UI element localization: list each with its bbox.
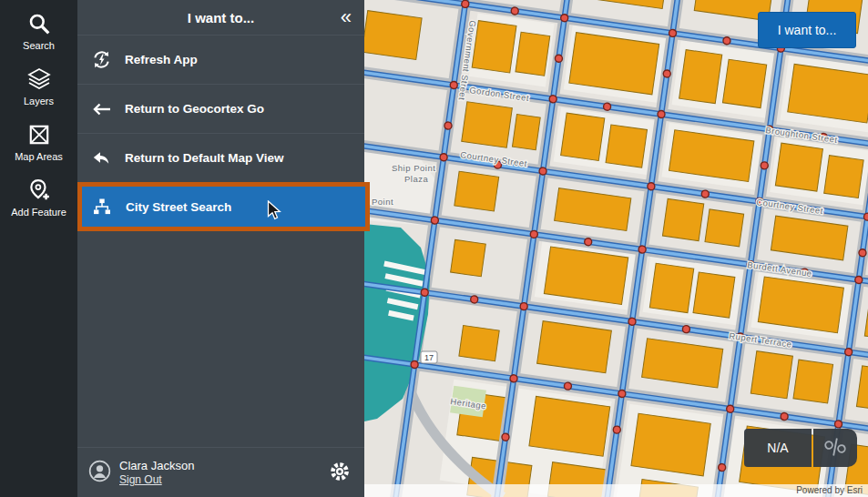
i-want-to-button[interactable]: I want to... [758,12,856,48]
map-areas-icon [27,123,51,147]
street-label: Point [372,197,393,207]
refresh-icon [90,50,112,69]
menu-item-label: Return to Geocortex Go [125,102,264,116]
sign-out-link[interactable]: Sign Out [119,473,194,486]
user-name: Clara Jackson [119,459,194,472]
menu-item-label: Return to Default Map View [125,151,284,165]
sketch-toggle-button[interactable] [813,429,857,467]
add-feature-pin-icon [27,178,51,202]
i-want-to-panel: I want to... « Refresh App Return to Geo… [77,0,364,497]
sitemap-icon [91,198,113,216]
menu-item-return-geocortex-go[interactable]: Return to Geocortex Go [77,84,364,133]
i-want-to-menu: Refresh App Return to Geocortex Go Retur… [77,35,364,447]
status-box: N/A [744,429,812,467]
geocortex-app: Search Layers Map Areas Add Feature I wa… [0,0,868,497]
route-shield: 17 [421,351,437,363]
sidebar-item-layers[interactable]: Layers [0,59,79,115]
layers-icon [27,67,51,91]
sidebar-item-add-feature[interactable]: Add Feature [0,170,79,226]
toolbar-sidebar: Search Layers Map Areas Add Feature [0,0,77,497]
street-label: Plaza [404,174,428,184]
sidebar-item-label: Search [23,40,55,51]
menu-item-return-default-map-view[interactable]: Return to Default Map View [77,133,364,182]
sidebar-item-label: Add Feature [11,207,66,218]
sidebar-item-map-areas[interactable]: Map Areas [0,115,79,170]
arrow-left-icon [90,102,112,117]
basemap: 17 Government Street Gordon Street Court… [364,0,868,497]
sidebar-item-label: Map Areas [15,151,63,162]
panel-header: I want to... « [77,0,364,35]
user-block: Clara Jackson Sign Out [119,459,194,486]
user-footer: Clara Jackson Sign Out [77,447,364,497]
street-label: Ship Point [392,163,435,173]
gear-icon [328,472,352,486]
search-icon [27,12,51,36]
menu-item-refresh-app[interactable]: Refresh App [77,35,364,84]
svg-text:17: 17 [424,353,434,362]
menu-item-label: City Street Search [126,200,231,214]
map-container[interactable]: 17 Government Street Gordon Street Court… [364,0,868,497]
sidebar-item-search[interactable]: Search [0,4,79,59]
menu-item-city-street-search[interactable]: City Street Search [77,182,370,231]
panel-title: I want to... [188,10,254,25]
map-attribution: Powered by Esri [364,484,868,497]
settings-button[interactable] [326,458,353,488]
sidebar-item-label: Layers [24,96,54,106]
undo-arrow-icon [90,150,112,167]
menu-item-label: Refresh App [125,53,198,66]
user-avatar-icon [88,460,111,486]
collapse-panel-button[interactable]: « [337,2,355,33]
compass-icon [820,433,851,463]
